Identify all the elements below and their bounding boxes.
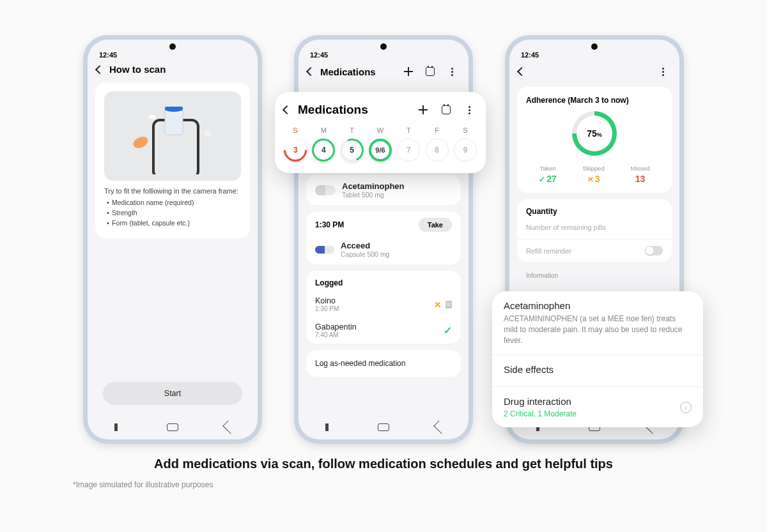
info-description: ACETAMININOPHEN (a set a MEE noe fen) tr…	[504, 314, 692, 346]
add-icon[interactable]	[415, 102, 431, 118]
stat-missed: Missed 13	[631, 165, 650, 184]
medication-sub: Tablet 500 mg	[342, 191, 405, 199]
adherence-ring: 75%	[572, 111, 617, 156]
nav-recent-icon[interactable]	[110, 423, 121, 431]
disclaimer-text: *Image simulated for illustrative purpos…	[73, 480, 767, 489]
log-time: 1:30 PM	[315, 305, 339, 312]
day-cell[interactable]: W9/6	[369, 126, 392, 162]
day-cell[interactable]: T7	[397, 126, 420, 162]
day-cell[interactable]: S3	[284, 126, 307, 162]
day-cell[interactable]: F8	[426, 126, 449, 162]
drug-interaction-section[interactable]: Drug interaction 2 Critical, 1 Moderate …	[492, 387, 703, 427]
svg-point-0	[132, 135, 150, 151]
back-icon[interactable]	[283, 105, 291, 114]
log-name: Gabapentin	[315, 323, 357, 331]
logged-label: Logged	[306, 271, 461, 291]
more-icon[interactable]	[444, 64, 460, 79]
add-icon[interactable]	[401, 64, 416, 79]
svg-point-6	[148, 115, 156, 119]
more-icon[interactable]	[461, 102, 477, 118]
medication-row[interactable]: Acceed Capsule 500 mg	[306, 234, 461, 264]
medication-row[interactable]: Acetaminophen Tablet 500 mg	[306, 175, 461, 205]
info-icon[interactable]: i	[680, 402, 692, 413]
medication-name: Acceed	[341, 241, 389, 250]
calendar-icon[interactable]	[438, 102, 454, 118]
week-row: S3 M4 T5 W9/6 T7 F8 S9	[284, 126, 477, 162]
quantity-sub: Number of remaining pills	[517, 224, 672, 239]
capsule-icon	[315, 246, 334, 254]
week-overlay-card: Medications S3 M4 T5 W9/6 T7 F8 S9	[275, 92, 486, 173]
camera-dot	[380, 43, 387, 50]
log-time: 7:40 AM	[315, 331, 357, 338]
phone-howtoscan: 12:45 How to scan	[83, 35, 262, 444]
more-icon[interactable]	[655, 64, 670, 79]
quantity-label: Quantity	[517, 199, 672, 224]
log-asneeded-button[interactable]: Log as-needed medication	[306, 350, 461, 377]
camera-dot	[591, 43, 598, 50]
back-icon[interactable]	[306, 67, 315, 76]
log-row[interactable]: Gabapentin 7:40 AM ✓	[306, 317, 461, 344]
android-navbar	[88, 415, 258, 439]
taken-icon: ✓	[444, 324, 452, 337]
svg-rect-4	[165, 107, 183, 110]
nav-recent-icon[interactable]	[321, 423, 332, 431]
start-button[interactable]: Start	[103, 382, 242, 405]
scan-illustration	[104, 91, 241, 181]
drug-info-card: Acetaminophen ACETAMININOPHEN (a set a M…	[492, 291, 703, 427]
log-row[interactable]: Koino 1:30 PM ✕	[306, 291, 461, 317]
back-icon[interactable]	[95, 65, 104, 73]
skipped-icon: ✕	[434, 300, 442, 310]
stat-taken: Taken 27	[539, 165, 557, 184]
instruction-bullets: Medication name (required) Strength Form…	[104, 199, 241, 227]
info-heading: Drug interaction	[504, 396, 577, 407]
refill-row[interactable]: Refill reminder	[517, 239, 672, 262]
information-label: Information	[517, 268, 672, 283]
nav-home-icon[interactable]	[167, 423, 178, 431]
calendar-icon[interactable]	[422, 64, 438, 79]
medication-name: Acetaminophen	[342, 181, 405, 191]
svg-rect-2	[165, 109, 183, 135]
time-label: 1:30 PM	[315, 220, 344, 229]
camera-dot	[169, 43, 176, 50]
day-cell[interactable]: T5	[341, 126, 364, 162]
stat-skipped: Skipped 3	[583, 165, 605, 184]
status-time: 12:45	[310, 51, 328, 59]
info-section[interactable]: Acetaminophen ACETAMININOPHEN (a set a M…	[492, 291, 703, 355]
caption-text: Add medications via scan, follow medicat…	[0, 457, 767, 471]
log-name: Koino	[315, 296, 339, 305]
status-time: 12:45	[521, 51, 539, 59]
note-icon	[445, 301, 452, 308]
nav-home-icon[interactable]	[378, 423, 389, 431]
svg-point-5	[204, 129, 212, 137]
overlay-title: Medications	[298, 103, 368, 117]
day-cell[interactable]: S9	[454, 126, 477, 162]
page-title: Medications	[320, 66, 376, 77]
toggle-switch[interactable]	[645, 246, 663, 255]
instruction-text: Try to fit the folllowing in the camera …	[104, 187, 241, 195]
info-heading: Side effects	[504, 364, 692, 375]
nav-back-icon[interactable]	[433, 420, 447, 434]
info-heading: Acetaminophen	[504, 300, 692, 311]
medication-sub: Capsule 500 mg	[341, 250, 389, 258]
day-cell[interactable]: M4	[312, 126, 335, 162]
android-navbar	[298, 415, 469, 439]
take-button[interactable]: Take	[419, 218, 452, 232]
back-icon[interactable]	[517, 67, 526, 76]
status-time: 12:45	[99, 51, 117, 59]
pill-icon	[315, 185, 336, 195]
interaction-summary: 2 Critical, 1 Moderate	[504, 409, 577, 418]
page-title: How to scan	[109, 64, 166, 75]
adherence-title: Adherence (March 3 to now)	[526, 96, 663, 105]
side-effects-section[interactable]: Side effects	[492, 355, 703, 387]
nav-back-icon[interactable]	[222, 420, 236, 434]
